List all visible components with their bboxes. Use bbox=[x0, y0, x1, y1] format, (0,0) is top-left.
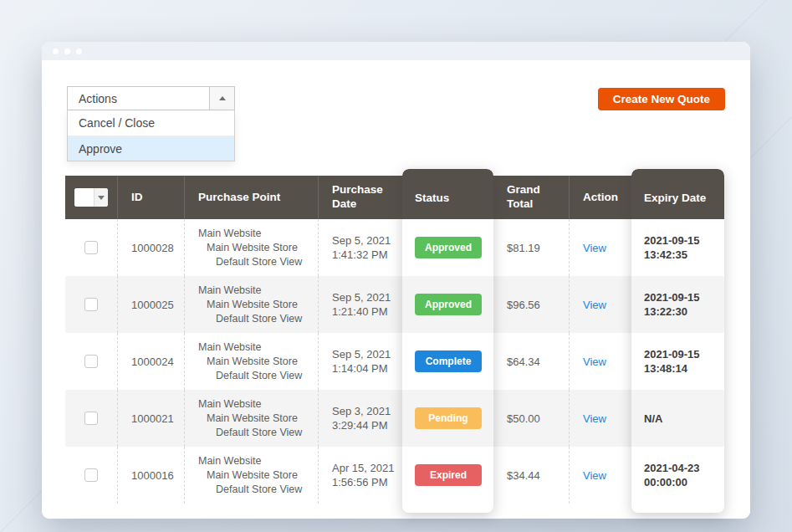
table-row: 1000021 Main WebsiteMain Website StoreDe… bbox=[65, 390, 724, 447]
cell-status: Expired bbox=[402, 447, 493, 504]
table-row: 1000028 Main WebsiteMain Website StoreDe… bbox=[65, 219, 724, 276]
table-row: 1000016 Main WebsiteMain Website StoreDe… bbox=[65, 447, 724, 504]
actions-select-value: Actions bbox=[68, 92, 209, 105]
window-titlebar bbox=[42, 42, 750, 60]
cell-action: View bbox=[569, 390, 631, 447]
cell-grand-total: $34.44 bbox=[493, 447, 569, 504]
cell-id: 1000025 bbox=[117, 276, 184, 333]
select-all-chevron[interactable] bbox=[94, 188, 108, 207]
status-badge: Approved bbox=[415, 294, 482, 315]
window-control-dot bbox=[64, 49, 70, 54]
cell-status: Pending bbox=[402, 390, 493, 447]
view-link[interactable]: View bbox=[583, 469, 606, 482]
cell-purchase-date: Sep 3, 20213:29:44 PM bbox=[318, 390, 402, 447]
chevron-up-icon bbox=[219, 96, 226, 100]
cell-grand-total: $64.34 bbox=[493, 333, 569, 390]
create-new-quote-button[interactable]: Create New Quote bbox=[598, 88, 725, 110]
select-all-cell bbox=[65, 176, 117, 219]
row-checkbox[interactable] bbox=[84, 355, 98, 368]
cell-id: 1000016 bbox=[117, 447, 184, 504]
expiry-column-card: Expiry Date 2021-09-1513:42:35 2021-09-1… bbox=[631, 169, 724, 513]
cell-purchase-point: Main WebsiteMain Website StoreDefault St… bbox=[184, 447, 318, 504]
cell-expiry: N/A bbox=[631, 390, 724, 447]
checkbox-cell bbox=[65, 276, 117, 333]
status-badge: Expired bbox=[415, 464, 482, 486]
row-checkbox[interactable] bbox=[84, 468, 98, 482]
row-checkbox[interactable] bbox=[84, 241, 98, 254]
table-row: 1000024 Main WebsiteMain Website StoreDe… bbox=[65, 333, 724, 390]
window-control-dot bbox=[76, 49, 82, 54]
row-checkbox[interactable] bbox=[84, 412, 98, 425]
cell-expiry: 2021-04-2300:00:00 bbox=[631, 447, 724, 504]
cell-grand-total: $81.19 bbox=[493, 219, 569, 276]
actions-dropdown-menu: Cancel / Close Approve bbox=[67, 110, 235, 161]
app-window: Actions Cancel / Close Approve Create Ne… bbox=[42, 42, 750, 519]
cell-status: Approved bbox=[402, 276, 493, 333]
select-all-checkbox[interactable] bbox=[74, 188, 108, 207]
header-status[interactable]: Status bbox=[402, 169, 493, 219]
view-link[interactable]: View bbox=[583, 412, 606, 425]
table-header-row: ID Purchase Point Purchase Date Grand To… bbox=[65, 176, 724, 219]
quotes-table: ID Purchase Point Purchase Date Grand To… bbox=[65, 169, 724, 513]
header-action[interactable]: Action bbox=[569, 176, 631, 219]
status-column-card: Status Approved Approved Complete Pendin… bbox=[402, 169, 493, 513]
cell-purchase-point: Main WebsiteMain Website StoreDefault St… bbox=[184, 390, 318, 447]
status-badge: Pending bbox=[415, 407, 482, 429]
cell-action: View bbox=[569, 447, 631, 504]
cell-expiry: 2021-09-1513:22:30 bbox=[631, 276, 724, 333]
checkbox-cell bbox=[65, 447, 117, 504]
view-link[interactable]: View bbox=[583, 299, 606, 311]
header-grand-total[interactable]: Grand Total bbox=[493, 176, 569, 219]
cell-id: 1000028 bbox=[117, 219, 184, 276]
row-checkbox[interactable] bbox=[84, 298, 98, 311]
actions-select[interactable]: Actions bbox=[67, 86, 235, 110]
select-all-box bbox=[74, 188, 94, 207]
header-purchase-date[interactable]: Purchase Date bbox=[318, 176, 402, 219]
cell-id: 1000021 bbox=[117, 390, 184, 447]
header-purchase-point[interactable]: Purchase Point bbox=[184, 176, 318, 219]
view-link[interactable]: View bbox=[583, 242, 606, 254]
menu-item-approve[interactable]: Approve bbox=[68, 136, 234, 161]
cell-purchase-point: Main WebsiteMain Website StoreDefault St… bbox=[184, 219, 318, 276]
cell-expiry: 2021-09-1513:42:35 bbox=[631, 219, 724, 276]
view-link[interactable]: View bbox=[583, 356, 606, 368]
status-badge: Approved bbox=[415, 237, 482, 258]
cell-purchase-point: Main WebsiteMain Website StoreDefault St… bbox=[184, 333, 318, 390]
chevron-down-icon bbox=[98, 196, 105, 200]
cell-purchase-date: Sep 5, 20211:21:40 PM bbox=[318, 276, 402, 333]
header-id[interactable]: ID bbox=[117, 176, 184, 219]
cell-id: 1000024 bbox=[117, 333, 184, 390]
cell-action: View bbox=[569, 219, 631, 276]
cell-purchase-date: Sep 5, 20211:14:04 PM bbox=[318, 333, 402, 390]
table-body: 1000028 Main WebsiteMain Website StoreDe… bbox=[65, 219, 724, 504]
checkbox-cell bbox=[65, 390, 117, 447]
status-badge: Complete bbox=[415, 350, 482, 372]
cell-grand-total: $96.56 bbox=[493, 276, 569, 333]
cell-grand-total: $50.00 bbox=[493, 390, 569, 447]
cell-action: View bbox=[569, 333, 631, 390]
table-row: 1000025 Main WebsiteMain Website StoreDe… bbox=[65, 276, 724, 333]
cell-purchase-date: Apr 15, 20211:56:56 PM bbox=[318, 447, 402, 504]
checkbox-cell bbox=[65, 333, 117, 390]
cell-purchase-date: Sep 5, 20211:41:32 PM bbox=[318, 219, 402, 276]
checkbox-cell bbox=[65, 219, 117, 276]
cell-action: View bbox=[569, 276, 631, 333]
cell-status: Approved bbox=[402, 219, 493, 276]
cell-purchase-point: Main WebsiteMain Website StoreDefault St… bbox=[184, 276, 318, 333]
header-expiry-date[interactable]: Expiry Date bbox=[631, 169, 724, 219]
cell-expiry: 2021-09-1513:48:14 bbox=[631, 333, 724, 390]
cell-status: Complete bbox=[402, 333, 493, 390]
window-content: Actions Cancel / Close Approve Create Ne… bbox=[42, 60, 750, 519]
window-control-dot bbox=[53, 49, 59, 54]
menu-item-cancel-close[interactable]: Cancel / Close bbox=[68, 110, 234, 136]
select-arrow-segment[interactable] bbox=[209, 87, 234, 110]
